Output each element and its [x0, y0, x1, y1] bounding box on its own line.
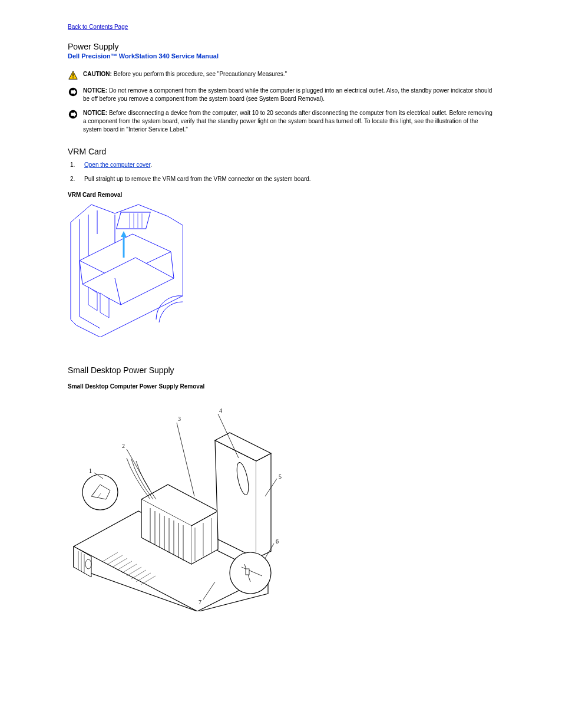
- notice2-label: NOTICE:: [83, 110, 107, 116]
- notice-icon: [68, 109, 78, 120]
- caution-text: CAUTION: Before you perform this procedu…: [83, 70, 287, 78]
- vrm-steps: 1. Open the computer cover. 2. Pull stra…: [68, 161, 494, 183]
- step-number: 1.: [70, 161, 75, 169]
- back-link[interactable]: Back to Contents Page: [68, 24, 128, 30]
- list-item: 2. Pull straight up to remove the VRM ca…: [68, 175, 494, 183]
- notice1-row: NOTICE: Do not remove a component from t…: [68, 87, 494, 103]
- step2-text: Pull straight up to remove the VRM card …: [84, 176, 311, 182]
- svg-text:2: 2: [122, 443, 125, 449]
- sdps-section-title: Small Desktop Power Supply: [68, 365, 494, 375]
- step1-post: .: [150, 162, 152, 168]
- notice-icon: [68, 87, 78, 97]
- caution-icon: [68, 70, 78, 81]
- notice1-label: NOTICE:: [83, 87, 107, 94]
- caution-row: CAUTION: Before you perform this procedu…: [68, 70, 494, 81]
- notice1-text: NOTICE: Do not remove a component from t…: [83, 87, 494, 103]
- notice1-body: Do not remove a component from the syste…: [83, 87, 492, 102]
- list-item: 1. Open the computer cover.: [68, 161, 494, 169]
- caution-label: CAUTION:: [83, 71, 112, 77]
- notice2-row: NOTICE: Before disconnecting a device fr…: [68, 109, 494, 134]
- caution-body: Before you perform this procedure, see "…: [112, 71, 287, 77]
- svg-text:4: 4: [219, 407, 222, 414]
- svg-point-42: [230, 552, 271, 594]
- sdps-figure-caption: Small Desktop Computer Power Supply Remo…: [68, 383, 494, 390]
- svg-text:3: 3: [178, 416, 181, 422]
- page-title: Power Supply: [68, 42, 494, 51]
- svg-text:6: 6: [276, 538, 279, 545]
- sdps-diagram: 1 2 3 4 5 6 7: [68, 393, 286, 611]
- step-number: 2.: [70, 175, 75, 183]
- notice2-text: NOTICE: Before disconnecting a device fr…: [83, 109, 494, 134]
- vrm-figure-caption: VRM Card Removal: [68, 192, 494, 198]
- svg-text:7: 7: [199, 599, 201, 605]
- vrm-diagram: [68, 202, 183, 337]
- svg-rect-43: [246, 569, 249, 575]
- manual-title: Dell Precision™ WorkStation 340 Service …: [68, 52, 494, 60]
- svg-text:5: 5: [279, 473, 282, 480]
- vrm-section-title: VRM Card: [68, 147, 494, 156]
- notice2-body: Before disconnecting a device from the c…: [83, 110, 492, 133]
- svg-rect-8: [117, 212, 151, 229]
- svg-text:1: 1: [89, 467, 92, 474]
- open-cover-link[interactable]: Open the computer cover: [84, 162, 150, 168]
- svg-point-2: [72, 77, 74, 78]
